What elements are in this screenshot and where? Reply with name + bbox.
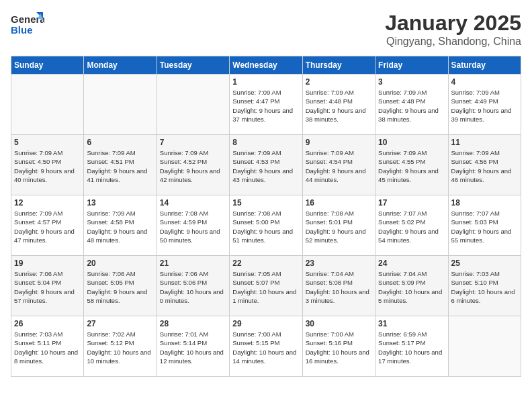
- day-cell: 14Sunrise: 7:08 AM Sunset: 4:59 PM Dayli…: [157, 195, 229, 256]
- day-info: Sunrise: 7:08 AM Sunset: 4:59 PM Dayligh…: [160, 209, 226, 244]
- day-cell: [11, 75, 84, 135]
- header-cell-saturday: Saturday: [448, 56, 521, 75]
- title-area: January 2025 Qingyang, Shandong, China: [385, 11, 521, 48]
- day-number: 6: [87, 138, 153, 147]
- day-cell: 2Sunrise: 7:09 AM Sunset: 4:48 PM Daylig…: [302, 75, 375, 135]
- day-cell: 1Sunrise: 7:09 AM Sunset: 4:47 PM Daylig…: [230, 75, 302, 135]
- day-info: Sunrise: 7:05 AM Sunset: 5:07 PM Dayligh…: [232, 269, 299, 305]
- day-cell: 10Sunrise: 7:09 AM Sunset: 4:55 PM Dayli…: [375, 135, 448, 195]
- week-row-5: 26Sunrise: 7:03 AM Sunset: 5:11 PM Dayli…: [11, 316, 521, 377]
- day-info: Sunrise: 7:03 AM Sunset: 5:11 PM Dayligh…: [14, 330, 81, 365]
- day-cell: 21Sunrise: 7:06 AM Sunset: 5:06 PM Dayli…: [157, 256, 229, 316]
- day-cell: 22Sunrise: 7:05 AM Sunset: 5:07 PM Dayli…: [230, 256, 302, 316]
- day-number: 15: [232, 198, 299, 208]
- header-cell-thursday: Thursday: [302, 56, 375, 75]
- svg-text:Blue: Blue: [11, 24, 33, 36]
- header-cell-sunday: Sunday: [11, 56, 84, 75]
- logo-svg: GeneralBlue: [11, 11, 44, 40]
- day-info: Sunrise: 7:06 AM Sunset: 5:04 PM Dayligh…: [14, 269, 81, 305]
- logo: GeneralBlue: [11, 11, 44, 40]
- day-cell: 29Sunrise: 7:00 AM Sunset: 5:15 PM Dayli…: [230, 316, 302, 377]
- header-cell-tuesday: Tuesday: [157, 56, 229, 75]
- day-info: Sunrise: 7:06 AM Sunset: 5:06 PM Dayligh…: [160, 269, 226, 305]
- day-info: Sunrise: 7:00 AM Sunset: 5:15 PM Dayligh…: [232, 330, 299, 365]
- week-row-2: 5Sunrise: 7:09 AM Sunset: 4:50 PM Daylig…: [11, 135, 521, 195]
- day-info: Sunrise: 7:07 AM Sunset: 5:02 PM Dayligh…: [378, 209, 445, 244]
- header-row: SundayMondayTuesdayWednesdayThursdayFrid…: [11, 56, 521, 75]
- day-number: 12: [14, 198, 81, 208]
- day-number: 28: [160, 319, 226, 328]
- day-info: Sunrise: 7:04 AM Sunset: 5:08 PM Dayligh…: [306, 269, 372, 305]
- day-info: Sunrise: 7:09 AM Sunset: 4:54 PM Dayligh…: [306, 148, 372, 184]
- day-number: 2: [306, 77, 372, 87]
- day-number: 17: [378, 198, 445, 208]
- day-cell: 24Sunrise: 7:04 AM Sunset: 5:09 PM Dayli…: [375, 256, 448, 316]
- day-cell: 27Sunrise: 7:02 AM Sunset: 5:12 PM Dayli…: [84, 316, 157, 377]
- day-number: 4: [451, 77, 518, 87]
- day-cell: 30Sunrise: 7:00 AM Sunset: 5:16 PM Dayli…: [302, 316, 375, 377]
- day-info: Sunrise: 7:09 AM Sunset: 4:57 PM Dayligh…: [14, 209, 81, 244]
- day-number: 25: [451, 259, 518, 268]
- day-info: Sunrise: 7:09 AM Sunset: 4:49 PM Dayligh…: [451, 88, 518, 124]
- day-info: Sunrise: 7:00 AM Sunset: 5:16 PM Dayligh…: [306, 330, 372, 365]
- day-info: Sunrise: 7:01 AM Sunset: 5:14 PM Dayligh…: [160, 330, 226, 365]
- day-info: Sunrise: 7:09 AM Sunset: 4:56 PM Dayligh…: [451, 148, 518, 184]
- header-cell-monday: Monday: [84, 56, 157, 75]
- svg-text:General: General: [11, 13, 44, 25]
- day-number: 30: [306, 319, 372, 328]
- day-number: 9: [306, 138, 372, 147]
- day-number: 23: [306, 259, 372, 268]
- day-cell: 28Sunrise: 7:01 AM Sunset: 5:14 PM Dayli…: [157, 316, 229, 377]
- day-number: 24: [378, 259, 445, 268]
- day-info: Sunrise: 7:09 AM Sunset: 4:47 PM Dayligh…: [232, 88, 299, 124]
- day-number: 11: [451, 138, 518, 147]
- day-number: 29: [232, 319, 299, 328]
- location-subtitle: Qingyang, Shandong, China: [385, 36, 521, 48]
- day-info: Sunrise: 7:09 AM Sunset: 4:55 PM Dayligh…: [378, 148, 445, 184]
- page-header: GeneralBlue January 2025 Qingyang, Shand…: [11, 11, 521, 48]
- day-info: Sunrise: 7:09 AM Sunset: 4:48 PM Dayligh…: [306, 88, 372, 124]
- day-number: 18: [451, 198, 518, 208]
- day-cell: 5Sunrise: 7:09 AM Sunset: 4:50 PM Daylig…: [11, 135, 84, 195]
- day-cell: 26Sunrise: 7:03 AM Sunset: 5:11 PM Dayli…: [11, 316, 84, 377]
- day-cell: 6Sunrise: 7:09 AM Sunset: 4:51 PM Daylig…: [84, 135, 157, 195]
- week-row-4: 19Sunrise: 7:06 AM Sunset: 5:04 PM Dayli…: [11, 256, 521, 316]
- day-cell: [157, 75, 229, 135]
- week-row-1: 1Sunrise: 7:09 AM Sunset: 4:47 PM Daylig…: [11, 75, 521, 135]
- day-info: Sunrise: 7:06 AM Sunset: 5:05 PM Dayligh…: [87, 269, 153, 305]
- day-number: 10: [378, 138, 445, 147]
- day-cell: 19Sunrise: 7:06 AM Sunset: 5:04 PM Dayli…: [11, 256, 84, 316]
- week-row-3: 12Sunrise: 7:09 AM Sunset: 4:57 PM Dayli…: [11, 195, 521, 256]
- day-info: Sunrise: 7:09 AM Sunset: 4:50 PM Dayligh…: [14, 148, 81, 184]
- day-info: Sunrise: 7:02 AM Sunset: 5:12 PM Dayligh…: [87, 330, 153, 365]
- day-cell: 9Sunrise: 7:09 AM Sunset: 4:54 PM Daylig…: [302, 135, 375, 195]
- day-number: 5: [14, 138, 81, 147]
- day-number: 1: [232, 77, 299, 87]
- header-cell-friday: Friday: [375, 56, 448, 75]
- day-cell: 20Sunrise: 7:06 AM Sunset: 5:05 PM Dayli…: [84, 256, 157, 316]
- day-info: Sunrise: 7:09 AM Sunset: 4:52 PM Dayligh…: [160, 148, 226, 184]
- day-number: 3: [378, 77, 445, 87]
- day-cell: 7Sunrise: 7:09 AM Sunset: 4:52 PM Daylig…: [157, 135, 229, 195]
- header-cell-wednesday: Wednesday: [230, 56, 302, 75]
- day-info: Sunrise: 7:09 AM Sunset: 4:53 PM Dayligh…: [232, 148, 299, 184]
- day-number: 20: [87, 259, 153, 268]
- day-number: 22: [232, 259, 299, 268]
- day-cell: 3Sunrise: 7:09 AM Sunset: 4:48 PM Daylig…: [375, 75, 448, 135]
- day-number: 21: [160, 259, 226, 268]
- day-number: 19: [14, 259, 81, 268]
- day-info: Sunrise: 7:08 AM Sunset: 5:00 PM Dayligh…: [232, 209, 299, 244]
- day-cell: 17Sunrise: 7:07 AM Sunset: 5:02 PM Dayli…: [375, 195, 448, 256]
- day-number: 7: [160, 138, 226, 147]
- day-number: 27: [87, 319, 153, 328]
- day-number: 26: [14, 319, 81, 328]
- day-cell: 4Sunrise: 7:09 AM Sunset: 4:49 PM Daylig…: [448, 75, 521, 135]
- day-number: 14: [160, 198, 226, 208]
- day-info: Sunrise: 7:09 AM Sunset: 4:48 PM Dayligh…: [378, 88, 445, 124]
- day-cell: [84, 75, 157, 135]
- day-number: 16: [306, 198, 372, 208]
- day-cell: [448, 316, 521, 377]
- day-info: Sunrise: 6:59 AM Sunset: 5:17 PM Dayligh…: [378, 330, 445, 365]
- day-info: Sunrise: 7:09 AM Sunset: 4:51 PM Dayligh…: [87, 148, 153, 184]
- day-info: Sunrise: 7:08 AM Sunset: 5:01 PM Dayligh…: [306, 209, 372, 244]
